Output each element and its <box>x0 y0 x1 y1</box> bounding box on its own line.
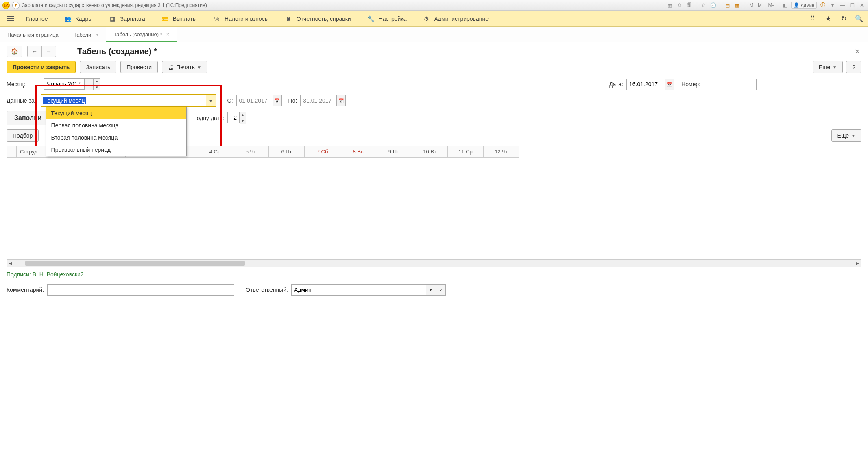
star-icon[interactable]: ★ <box>823 14 833 24</box>
datafor-value: Текущий месяц <box>43 97 86 104</box>
percent-icon: % <box>213 15 220 22</box>
back-button[interactable]: ← <box>27 46 42 57</box>
tabs: Начальная страница Табели× Табель (созда… <box>0 27 868 42</box>
user-button[interactable]: 👤 Админ <box>791 2 817 9</box>
favorite-icon[interactable]: ☆ <box>700 2 707 9</box>
history-icon[interactable]: 🕘 <box>709 2 717 9</box>
month-input[interactable] <box>44 78 85 90</box>
datafor-option-current[interactable]: Текущий месяц <box>46 107 186 119</box>
tb-icon-2[interactable]: ⎙ <box>676 2 683 9</box>
post-and-close-button[interactable]: Провести и закрыть <box>7 61 76 73</box>
day-header[interactable]: 12 Чт <box>484 146 519 158</box>
close-icon[interactable]: × <box>95 32 98 38</box>
to-input <box>300 95 337 106</box>
search-icon[interactable]: 🔍 <box>854 14 864 24</box>
day-header[interactable]: 8 Вс <box>340 146 376 158</box>
hamburger-icon[interactable] <box>4 14 16 24</box>
post-button[interactable]: Провести <box>120 61 158 73</box>
help-button[interactable]: ? <box>846 61 861 73</box>
table-corner <box>7 146 17 158</box>
minimize-icon[interactable]: — <box>839 2 846 9</box>
menu-kadry[interactable]: 👥Кадры <box>58 13 99 25</box>
m-icon[interactable]: M <box>748 2 755 9</box>
close-page-icon[interactable]: ✕ <box>853 46 861 57</box>
day-header[interactable]: 11 Ср <box>448 146 484 158</box>
h-scrollbar[interactable]: ◀ ▶ <box>7 260 861 267</box>
caret-icon[interactable]: ▾ <box>829 2 836 9</box>
fill-button[interactable]: Заполни <box>7 111 50 125</box>
main-menu: Главное 👥Кадры ▦Зарплата 💳Выплаты %Налог… <box>0 11 868 27</box>
menu-otchetnost[interactable]: 🗎Отчетность, справки <box>279 13 358 25</box>
datafor-dropdown[interactable]: Текущий месяц ▾ <box>41 94 216 107</box>
menu-zarplata[interactable]: ▦Зарплата <box>102 13 151 25</box>
close-icon[interactable]: × <box>166 31 170 37</box>
chevron-down-icon: ▼ <box>833 65 837 70</box>
from-calendar-button[interactable]: 📅 <box>273 95 282 106</box>
menu-nastroyka[interactable]: 🔧Настройка <box>361 13 413 25</box>
month-label: Месяц: <box>7 81 25 88</box>
scroll-right-icon[interactable]: ▶ <box>854 260 861 267</box>
user-name: Админ <box>800 3 814 8</box>
tab-start[interactable]: Начальная страница <box>0 27 66 42</box>
date-input[interactable] <box>626 79 665 90</box>
menu-main[interactable]: Главное <box>20 13 55 24</box>
menu-admin[interactable]: ⚙Администрирование <box>417 13 495 25</box>
calc-icon[interactable]: ▤ <box>724 2 731 9</box>
day-header[interactable]: 9 Пн <box>376 146 412 158</box>
day-header[interactable]: 6 Пт <box>269 146 305 158</box>
more2-button[interactable]: Еще▼ <box>831 129 861 142</box>
titlebar-dropdown-icon[interactable]: ▾ <box>12 2 20 9</box>
maximize-icon[interactable]: ❐ <box>848 2 856 9</box>
responsible-input[interactable] <box>291 284 426 296</box>
close-window-icon[interactable]: ✕ <box>858 2 866 9</box>
datafor-option-custom[interactable]: Произвольный период <box>46 144 186 156</box>
responsible-open-button[interactable]: ↗ <box>436 284 446 296</box>
pick-button[interactable]: Подбор <box>7 129 39 142</box>
m-plus-icon[interactable]: M+ <box>757 2 765 9</box>
from-input <box>236 95 273 106</box>
date-label: Дата: <box>609 81 623 88</box>
chevron-down-icon[interactable]: ▾ <box>206 95 216 106</box>
onedate-spinner[interactable]: ▲▼ <box>240 112 246 124</box>
panel-icon[interactable]: ◧ <box>781 2 789 9</box>
wallet-icon: 💳 <box>161 15 169 22</box>
day-header[interactable]: 5 Чт <box>233 146 269 158</box>
onedate-input[interactable] <box>227 112 240 123</box>
timesheet-table[interactable]: СотрудВс2 Пн3 Вт4 Ср5 Чт6 Пт7 Сб8 Вс9 Пн… <box>7 146 861 260</box>
signatures-link[interactable]: Подписи: В. Н. Войцеховский <box>7 271 84 278</box>
number-input[interactable] <box>704 79 757 90</box>
home-button[interactable]: 🏠 <box>7 46 22 57</box>
print-button[interactable]: 🖨Печать▼ <box>162 61 207 73</box>
comment-label: Комментарий: <box>7 287 44 293</box>
save-button[interactable]: Записать <box>80 61 116 73</box>
info-icon[interactable]: ⓘ <box>819 2 827 9</box>
month-spinner[interactable]: ▲▼ <box>94 78 100 90</box>
calendar-icon[interactable]: ▦ <box>733 2 741 9</box>
more-button[interactable]: Еще▼ <box>813 61 843 73</box>
history2-icon[interactable]: ↻ <box>839 14 848 24</box>
titlebar-icons: ▦ ⎙ 🗐 ☆ 🕘 ▤ ▦ M M+ M- ◧ 👤 Админ ⓘ ▾ — ❐ … <box>666 2 866 9</box>
scroll-thumb[interactable] <box>25 261 245 266</box>
menu-nalogi[interactable]: %Налоги и взносы <box>207 13 275 25</box>
m-minus-icon[interactable]: M- <box>767 2 774 9</box>
month-select-button[interactable]: ... <box>85 78 94 90</box>
chevron-down-icon: ▼ <box>197 65 201 70</box>
apps-icon[interactable]: ⠿ <box>808 14 818 24</box>
day-header[interactable]: 10 Вт <box>412 146 448 158</box>
responsible-dropdown-button[interactable]: ▾ <box>426 284 436 296</box>
comment-input[interactable] <box>47 284 234 296</box>
tb-icon-1[interactable]: ▦ <box>666 2 673 9</box>
people-icon: 👥 <box>64 15 72 22</box>
datafor-option-first-half[interactable]: Первая половина месяца <box>46 119 186 131</box>
to-calendar-button[interactable]: 📅 <box>337 95 346 106</box>
scroll-left-icon[interactable]: ◀ <box>7 260 14 267</box>
tab-tabel-create[interactable]: Табель (создание) *× <box>106 27 177 42</box>
window-title: Зарплата и кадры государственного учрежд… <box>22 2 207 8</box>
tab-tabeli[interactable]: Табели× <box>66 27 106 42</box>
day-header[interactable]: 7 Сб <box>305 146 340 158</box>
date-calendar-button[interactable]: 📅 <box>665 79 674 90</box>
day-header[interactable]: 4 Ср <box>197 146 233 158</box>
menu-vyplaty[interactable]: 💳Выплаты <box>155 13 203 25</box>
datafor-option-second-half[interactable]: Вторая половина месяца <box>46 131 186 144</box>
tb-icon-3[interactable]: 🗐 <box>685 2 693 9</box>
